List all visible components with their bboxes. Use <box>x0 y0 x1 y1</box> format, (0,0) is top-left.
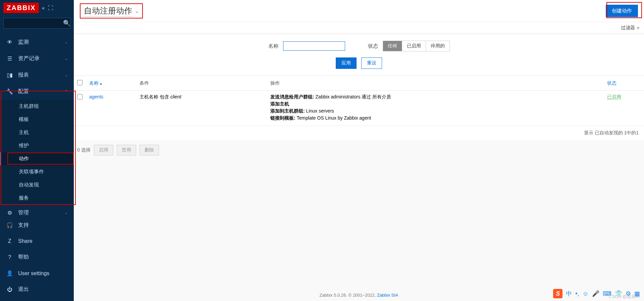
sub-correlation[interactable]: 关联项事件 <box>0 165 74 178</box>
select-all-checkbox[interactable] <box>77 80 83 85</box>
actions-table: 名称▲ 条件 操作 状态 agents 主机名称 包含 client 发送消息给… <box>74 76 644 126</box>
share-icon: Z <box>6 238 13 244</box>
actions-table-wrap: 名称▲ 条件 操作 状态 agents 主机名称 包含 client 发送消息给… <box>74 76 644 140</box>
filter-status-label: 状态 <box>368 43 378 49</box>
nav-usersettings[interactable]: 👤 User settings <box>0 265 74 281</box>
gear-icon: ⚙ <box>6 210 13 216</box>
title-dropdown[interactable]: 自动注册动作 ⌄ <box>80 3 143 18</box>
fullscreen-icon[interactable]: ⛶ <box>48 5 53 11</box>
table-footer: 显示 已自动发现的 1中的1 <box>74 126 644 140</box>
table-row: agents 主机名称 包含 client 发送消息给用户群组: Zabbix … <box>74 91 644 126</box>
create-action-button[interactable]: 创建动作 <box>606 5 638 17</box>
sub-services[interactable]: 服务 <box>0 191 74 205</box>
collapse-icon[interactable]: « <box>42 5 45 11</box>
sub-maintenance[interactable]: 维护 <box>0 139 74 152</box>
status-disabled[interactable]: 停用的 <box>426 41 449 51</box>
ime-emoji-icon[interactable]: ☺ <box>583 290 589 297</box>
wrench-icon: 🔧 <box>6 88 13 95</box>
nav-inventory[interactable]: ☰ 资产记录 ⌄ <box>0 50 74 67</box>
bulk-enable-button[interactable]: 启用 <box>94 145 113 156</box>
funnel-icon: ▿ <box>637 25 639 31</box>
nav-config[interactable]: 🔧 配置 ⌃ <box>0 83 74 100</box>
user-icon: 👤 <box>6 270 13 276</box>
bulk-delete-button[interactable]: 删除 <box>140 145 159 156</box>
filter-toggle[interactable]: 过滤器 ▿ <box>621 25 639 31</box>
filter-tab-row: 过滤器 ▿ <box>74 22 644 34</box>
col-conditions: 条件 <box>136 76 267 91</box>
sub-discovery[interactable]: 自动发现 <box>0 178 74 191</box>
chevron-down-icon: ⌄ <box>65 211 68 215</box>
condition-cell: 主机名称 包含 client <box>136 91 267 126</box>
sub-templates[interactable]: 模板 <box>0 113 74 126</box>
status-enabled[interactable]: 已启用 <box>402 41 426 51</box>
status-segment: 任何 已启用 停用的 <box>383 41 450 51</box>
logo-row: ZABBIX « ⛶ <box>0 0 74 16</box>
chevron-down-icon: ⌄ <box>135 8 139 14</box>
filter-panel: 名称 状态 任何 已启用 停用的 应用 重设 <box>74 34 644 76</box>
ime-lang[interactable]: 中 <box>566 290 572 298</box>
ime-mic-icon[interactable]: 🎤 <box>592 290 599 297</box>
chevron-down-icon: ⌄ <box>65 73 68 77</box>
status-toggle[interactable]: 已启用 <box>607 94 621 100</box>
ime-skin-icon[interactable]: 👕 <box>615 290 622 297</box>
nav-share[interactable]: Z Share <box>0 233 74 249</box>
eye-icon: 👁 <box>6 39 13 45</box>
sub-actions[interactable]: 动作 <box>0 152 74 165</box>
nav-help[interactable]: ? 帮助 <box>0 249 74 265</box>
ime-grid-icon[interactable]: ▦ <box>634 290 640 297</box>
search-box[interactable]: 🔍 <box>3 18 70 29</box>
chevron-down-icon: ⌄ <box>65 40 68 44</box>
sidebar: ZABBIX « ⛶ 🔍 👁 监测 ⌄ ☰ 资产记录 ⌄ ▯▮ 报表 ⌄ 🔧 <box>0 0 74 301</box>
status-any[interactable]: 任何 <box>383 41 402 51</box>
nav-reports[interactable]: ▯▮ 报表 ⌄ <box>0 67 74 83</box>
col-name[interactable]: 名称▲ <box>86 76 136 91</box>
apply-button[interactable]: 应用 <box>336 57 357 69</box>
reset-button[interactable]: 重设 <box>361 57 382 69</box>
zabbix-logo[interactable]: ZABBIX <box>3 3 39 13</box>
filter-name-input[interactable] <box>283 41 345 51</box>
search-icon[interactable]: 🔍 <box>63 19 70 27</box>
chevron-down-icon: ⌄ <box>65 56 68 61</box>
nav-monitoring[interactable]: 👁 监测 ⌄ <box>0 34 74 50</box>
ime-punct-icon[interactable]: •, <box>575 290 579 297</box>
filter-label: 过滤器 <box>621 25 635 31</box>
bulk-actions: 0 选择 启用 禁用 删除 <box>74 140 644 160</box>
nav-support[interactable]: 🎧 支持 <box>0 217 74 233</box>
sub-hostgroups[interactable]: 主机群组 <box>0 100 74 113</box>
operations-cell: 发送消息给用户群组: Zabbix administrators 通过 所有介质… <box>267 91 604 126</box>
headset-icon: 🎧 <box>6 222 13 228</box>
main-content: 自动注册动作 ⌄ 创建动作 过滤器 ▿ 名称 状态 任何 已启用 停用的 应用 … <box>74 0 644 301</box>
ime-keyboard-icon[interactable]: ⌨ <box>603 290 611 297</box>
nav-signout[interactable]: ⏻ 退出 <box>0 281 74 298</box>
ime-toolbar: S 中 •, ☺ 🎤 ⌨ 👕 ⚙ ▦ <box>550 288 643 300</box>
list-icon: ☰ <box>6 55 13 62</box>
selected-count: 0 选择 <box>77 147 91 153</box>
config-submenu: 主机群组 模板 主机 维护 动作 关联项事件 自动发现 服务 <box>0 100 74 205</box>
bulk-disable-button[interactable]: 禁用 <box>117 145 136 156</box>
page-header: 自动注册动作 ⌄ 创建动作 <box>74 0 644 22</box>
filter-name-label: 名称 <box>268 43 278 49</box>
action-name-link[interactable]: agents <box>89 94 103 99</box>
search-input[interactable] <box>6 21 63 26</box>
sub-hosts[interactable]: 主机 <box>0 126 74 139</box>
ime-tools-icon[interactable]: ⚙ <box>626 290 631 297</box>
page-title: 自动注册动作 <box>84 5 132 16</box>
zabbix-sia-link[interactable]: Zabbix SIA <box>377 293 398 298</box>
row-checkbox[interactable] <box>77 94 83 99</box>
sort-asc-icon: ▲ <box>99 82 103 85</box>
sogou-logo-icon[interactable]: S <box>553 289 562 298</box>
chart-icon: ▯▮ <box>6 72 13 78</box>
nav-bottom: 🎧 支持 Z Share ? 帮助 👤 User settings ⏻ 退出 <box>0 217 74 298</box>
nav-main: 👁 监测 ⌄ ☰ 资产记录 ⌄ ▯▮ 报表 ⌄ 🔧 配置 ⌃ 主机群组 模板 主… <box>0 34 74 221</box>
power-icon: ⏻ <box>6 287 13 293</box>
col-operations: 操作 <box>267 76 604 91</box>
col-status[interactable]: 状态 <box>604 76 644 91</box>
chevron-up-icon: ⌃ <box>65 89 68 94</box>
help-icon: ? <box>6 254 13 260</box>
